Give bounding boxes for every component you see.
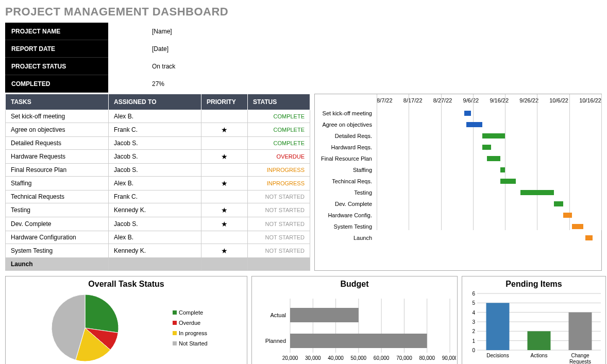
axis-tick: 40,000 (328, 355, 344, 361)
task-priority: ★ (201, 150, 248, 164)
table-row: Set kick-off meeting Alex B. COMPLETE (6, 110, 310, 123)
pending-title: Pending Items (464, 280, 603, 289)
info-value: [Date] (108, 45, 168, 53)
table-row: Final Resource Plan Jacob S. INPROGRESS (6, 164, 310, 177)
task-name: Final Resource Plan (6, 164, 109, 177)
table-row: Agree on objectives Frank C. ★ COMPLETE (6, 123, 310, 137)
task-assigned: Kennedy K. (109, 244, 201, 258)
gantt-label: Dev. Complete (315, 201, 374, 207)
gantt-row: Techincal Reqs. (377, 177, 601, 188)
info-label: REPORT DATE (5, 40, 108, 58)
gantt-bar (520, 190, 554, 195)
gantt-label: Techincal Reqs. (315, 178, 374, 184)
info-value: 27% (108, 80, 164, 88)
table-row: System Testing Kennedy K. ★ NOT STARTED (6, 244, 310, 258)
col-priority: PRIORITY (201, 94, 248, 110)
table-row: Testing Kennedy K. ★ NOT STARTED (6, 203, 310, 217)
gantt-label: Agree on objectives (315, 122, 374, 128)
task-assigned: Alex B. (109, 177, 201, 190)
info-label: PROJECT STATUS (5, 58, 108, 75)
budget-title: Budget (254, 280, 455, 289)
page-title: PROJECT MANAGEMENT DASHBOARD (5, 5, 602, 19)
gantt-label: Launch (315, 235, 374, 241)
legend-swatch (173, 331, 177, 335)
task-status: INPROGRESS (248, 177, 310, 190)
col-tasks: TASKS (6, 94, 109, 110)
legend-label: Complete (179, 309, 203, 316)
axis-tick: 80,000 (419, 355, 435, 361)
axis-tick: 20,000 (282, 355, 298, 361)
info-block: PROJECT NAME[Name]REPORT DATE[Date]PROJE… (5, 23, 602, 93)
axis-tick: 1 (472, 338, 475, 344)
axis-tick: 50,000 (351, 355, 367, 361)
info-label: PROJECT NAME (5, 23, 108, 40)
task-status: NOT STARTED (248, 203, 310, 217)
axis-tick: 6 (472, 291, 475, 297)
task-assigned: Alex B. (109, 231, 201, 244)
pie-chart: CompleteOverdueIn progressNot Started (8, 291, 245, 364)
task-priority: ★ (201, 177, 248, 190)
task-priority: ★ (201, 123, 248, 137)
info-label: COMPLETED (5, 75, 108, 93)
gantt-bar (500, 167, 505, 172)
task-assigned: Kennedy K. (109, 203, 201, 217)
task-priority (201, 137, 248, 150)
gantt-bar (482, 145, 491, 150)
pending-bar (569, 313, 592, 350)
table-row: Dev. Complete Jacob S. ★ NOT STARTED (6, 217, 310, 231)
pending-label: Decisions (486, 353, 509, 358)
task-assigned: Jacob S. (109, 217, 201, 231)
gantt-label: Final Resource Plan (315, 155, 374, 162)
gantt-row: Dev. Complete (377, 199, 601, 211)
task-assigned: Alex B. (109, 110, 201, 123)
budget-bar (290, 334, 427, 348)
info-value: [Name] (108, 28, 172, 35)
task-priority (201, 190, 248, 203)
task-status: COMPLETE (248, 137, 310, 150)
budget-label: Actual (270, 312, 286, 318)
gantt-row: Hardware Config. (377, 211, 601, 222)
task-priority (201, 164, 248, 177)
gantt-label: System Testing (315, 223, 374, 230)
task-priority (201, 110, 248, 123)
gantt-row: Agree on objectives (377, 120, 601, 131)
task-name: Technical Requests (6, 190, 109, 203)
gantt-row: Set kick-off meeting (377, 109, 601, 120)
pending-bar (528, 331, 551, 350)
gantt-bar (554, 201, 563, 206)
task-status: COMPLETE (248, 123, 310, 137)
task-assigned: Frank C. (109, 190, 201, 203)
task-status: OVERDUE (248, 150, 310, 164)
task-status: COMPLETE (248, 110, 310, 123)
task-status: INPROGRESS (248, 164, 310, 177)
budget-label: Planned (265, 338, 286, 344)
task-priority: ★ (201, 217, 248, 231)
axis-tick: 90,000 (442, 355, 456, 361)
gantt-label: Set kick-off meeting (315, 110, 374, 116)
gantt-label: Testing (315, 189, 374, 196)
gantt-label: Staffing (315, 167, 374, 173)
axis-tick: 60,000 (374, 355, 390, 361)
gantt-row: Launch (377, 233, 601, 245)
col-assigned: ASSIGNED TO (109, 94, 201, 110)
task-status: NOT STARTED (248, 244, 310, 258)
status-title: Overall Task Status (8, 280, 245, 289)
task-status: NOT STARTED (248, 190, 310, 203)
gantt-label: Hardware Config. (315, 212, 374, 218)
gantt-bar (563, 213, 572, 218)
task-name: Hardware Requests (6, 150, 109, 164)
axis-tick: 5 (472, 300, 475, 306)
col-status: STATUS (248, 94, 310, 110)
gantt-row: Testing (377, 188, 601, 199)
legend-label: In progress (179, 330, 208, 336)
task-name: Agree on objectives (6, 123, 109, 137)
table-row: Staffing Alex B. ★ INPROGRESS (6, 177, 310, 190)
gantt-bar (500, 179, 516, 184)
legend-swatch (173, 341, 177, 345)
budget-bar (290, 308, 359, 322)
pending-label: Requests (569, 359, 591, 364)
task-name: Staffing (6, 177, 109, 190)
legend-label: Overdue (179, 320, 200, 326)
gantt-row: Detailed Reqs. (377, 131, 601, 143)
launch-row: Launch (6, 258, 310, 271)
